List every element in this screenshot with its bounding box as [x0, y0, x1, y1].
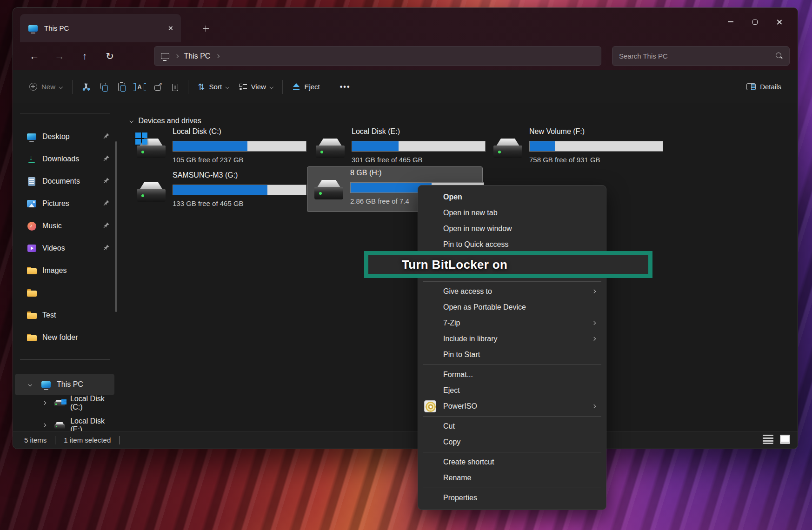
view-label: View	[251, 83, 266, 91]
cut-button[interactable]	[77, 77, 95, 97]
copy-button[interactable]	[95, 77, 113, 97]
bitlocker-highlight-box[interactable]: Turn BitLocker on	[364, 251, 652, 278]
drive-tile-samsung-m3-g[interactable]: SAMSUNG-M3 (G:)133 GB free of 465 GB	[126, 169, 302, 215]
sidebar-item-new-folder[interactable]: New folder	[15, 330, 114, 345]
menu-item-pin-to-quick-access[interactable]: Pin to Quick access	[418, 237, 606, 252]
sidebar-item-label: Downloads	[42, 155, 79, 163]
submenu-chevron-icon	[592, 321, 595, 325]
navigation-bar: ← → ↑ ↻ This PC Search This PC	[13, 42, 798, 70]
more-options-button[interactable]: •••	[335, 77, 356, 97]
menu-separator	[423, 416, 601, 417]
menu-item-include-in-library[interactable]: Include in library	[418, 331, 606, 347]
search-input[interactable]: Search This PC	[612, 46, 790, 66]
sidebar-item-this-pc[interactable]: This PC	[15, 374, 114, 395]
breadcrumb-this-pc[interactable]: This PC	[184, 52, 211, 60]
menu-item-open-in-new-window[interactable]: Open in new window	[418, 221, 606, 237]
delete-button[interactable]	[167, 77, 183, 97]
pin-icon	[103, 244, 110, 251]
search-icon[interactable]	[776, 53, 783, 60]
menu-item-cut[interactable]: Cut	[418, 418, 606, 434]
sort-button[interactable]: ⇅ Sort	[193, 77, 234, 97]
section-header-devices-and-drives[interactable]: Devices and drives	[130, 117, 201, 125]
menu-item-rename[interactable]: Rename	[418, 470, 606, 486]
rename-button[interactable]: A	[130, 77, 149, 97]
menu-separator	[423, 364, 601, 365]
menu-item-7-zip[interactable]: 7-Zip	[418, 315, 606, 331]
new-tab-button[interactable]	[198, 21, 213, 36]
capacity-bar	[529, 141, 663, 152]
menu-item-eject[interactable]: Eject	[418, 383, 606, 398]
collapse-chevron-icon[interactable]	[130, 119, 133, 123]
up-button[interactable]: ↑	[75, 47, 94, 66]
sidebar-item-label: This PC	[57, 380, 83, 389]
details-button[interactable]: Details	[741, 77, 786, 97]
details-view-icon[interactable]	[763, 435, 773, 444]
menu-item-format[interactable]: Format...	[418, 367, 606, 383]
address-bar[interactable]: This PC	[154, 46, 601, 66]
pin-icon	[103, 222, 110, 229]
sidebar-item-documents[interactable]: Documents	[15, 173, 114, 189]
sidebar-divider	[20, 113, 110, 113]
new-button[interactable]: New	[24, 77, 67, 97]
breadcrumb-chevron-icon[interactable]	[175, 54, 179, 58]
large-icons-view-icon[interactable]	[780, 435, 790, 444]
minimize-button[interactable]	[719, 13, 743, 31]
file-explorer-window: This PC ← → ↑ ↻ This PC Search This PC	[13, 7, 798, 449]
folder-icon	[26, 334, 37, 341]
menu-item-turn-bitlocker-on[interactable]: Turn BitLocker on	[402, 258, 507, 272]
menu-item-open-as-portable-device[interactable]: Open as Portable Device	[418, 299, 606, 315]
drive-tile-new-volume-f[interactable]: New Volume (F:)758 GB free of 931 GB	[483, 126, 659, 171]
sidebar-item-downloads[interactable]: Downloads	[15, 151, 114, 167]
share-icon	[154, 83, 162, 91]
close-button[interactable]	[767, 13, 791, 31]
share-button[interactable]	[149, 77, 167, 97]
chevron-right-icon[interactable]	[42, 401, 46, 405]
toolbar-divider	[282, 80, 283, 94]
sidebar-item-label: Desktop	[42, 132, 70, 141]
view-button[interactable]: View	[234, 77, 278, 97]
paste-button[interactable]	[113, 77, 130, 97]
chevron-right-icon[interactable]	[42, 424, 46, 427]
sidebar-divider	[20, 359, 110, 360]
sidebar-item-desktop[interactable]: Desktop	[15, 129, 114, 145]
command-toolbar: New A ⇅ Sort View Eject ••• De	[13, 70, 798, 104]
sidebar-scrollbar[interactable]	[115, 141, 117, 312]
refresh-button[interactable]: ↻	[100, 47, 119, 66]
breadcrumb-chevron-icon[interactable]	[216, 54, 220, 58]
menu-item-label: Open in new window	[443, 225, 512, 232]
maximize-button[interactable]	[743, 13, 767, 31]
sidebar-item-images[interactable]: Images	[15, 263, 114, 278]
menu-item-poweriso[interactable]: PowerISO	[418, 398, 606, 414]
forward-button[interactable]: →	[50, 47, 69, 66]
menu-item-copy[interactable]: Copy	[418, 434, 606, 450]
this-pc-icon	[40, 381, 52, 388]
menu-item-create-shortcut[interactable]: Create shortcut	[418, 454, 606, 470]
eject-button[interactable]: Eject	[287, 77, 325, 97]
hard-drive-icon	[314, 179, 344, 200]
drive-tile-local-disk-e[interactable]: Local Disk (E:)301 GB free of 465 GB	[305, 126, 481, 171]
sidebar-item-music[interactable]: Music	[15, 218, 114, 234]
back-icon: ←	[30, 51, 40, 62]
drive-tile-local-disk-c[interactable]: Local Disk (C:)105 GB free of 237 GB	[126, 126, 302, 171]
chevron-down-icon[interactable]	[28, 383, 32, 386]
menu-item-open[interactable]: Open	[418, 189, 606, 205]
menu-item-give-access-to[interactable]: Give access to	[418, 284, 606, 299]
drive-icon	[54, 422, 65, 429]
menu-item-label: 7-Zip	[443, 319, 460, 327]
sidebar-item-folder[interactable]	[15, 285, 114, 301]
sidebar-item-test[interactable]: Test	[15, 307, 114, 323]
menu-item-label: Open as Portable Device	[443, 303, 526, 311]
sidebar-item-local-disk-c[interactable]: Local Disk (C:)	[15, 395, 114, 411]
menu-item-pin-to-start[interactable]: Pin to Start	[418, 347, 606, 363]
menu-item-properties[interactable]: Properties	[418, 490, 606, 506]
tab-close-icon[interactable]	[168, 26, 173, 30]
menu-item-open-in-new-tab[interactable]: Open in new tab	[418, 205, 606, 221]
sidebar-item-videos[interactable]: Videos	[15, 240, 114, 256]
pin-icon	[103, 199, 113, 208]
back-button[interactable]: ←	[25, 47, 44, 66]
sidebar-item-pictures[interactable]: Pictures	[15, 196, 114, 212]
tab-this-pc[interactable]: This PC	[20, 14, 181, 42]
maximize-icon	[752, 20, 758, 25]
context-menu: OpenOpen in new tabOpen in new windowPin…	[418, 185, 606, 510]
capacity-bar	[173, 185, 306, 195]
